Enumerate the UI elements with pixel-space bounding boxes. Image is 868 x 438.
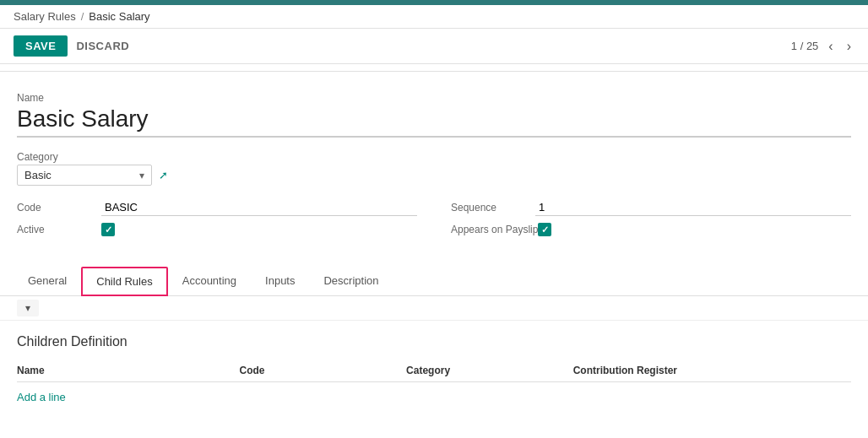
name-input[interactable]	[17, 105, 851, 138]
code-field: Code	[17, 199, 417, 216]
pagination-prev[interactable]: ‹	[825, 38, 836, 55]
code-input[interactable]	[101, 199, 417, 216]
tab-general[interactable]: General	[14, 267, 81, 296]
toolbar: SAVE DISCARD 1 / 25 ‹ ›	[0, 29, 868, 64]
appears-on-payslip-field: Appears on Payslip	[451, 223, 851, 236]
category-external-link-icon[interactable]: ➚	[159, 169, 168, 181]
breadcrumb-separator: /	[81, 10, 84, 23]
tab-inputs[interactable]: Inputs	[251, 267, 309, 296]
action-dropdown-arrow: ▾	[25, 302, 30, 314]
save-button[interactable]: SAVE	[14, 35, 68, 57]
code-label: Code	[17, 202, 101, 214]
form-body: Name Category Basic ▾ ➚ Code Active	[0, 78, 868, 267]
tab-content-child-rules: Children Definition Name Code Category C…	[0, 321, 868, 422]
category-row: Category Basic ▾ ➚	[17, 151, 851, 186]
active-label: Active	[17, 224, 101, 235]
category-select-wrap: Basic ▾ ➚	[17, 165, 851, 186]
appears-on-payslip-checkbox-wrap	[538, 223, 551, 236]
appears-on-payslip-checkbox[interactable]	[538, 223, 551, 236]
children-definition-title: Children Definition	[17, 334, 851, 349]
active-checkbox[interactable]	[101, 223, 115, 236]
sequence-field: Sequence	[451, 199, 851, 216]
breadcrumb: Salary Rules / Basic Salary	[0, 5, 868, 29]
col-header-name: Name	[17, 365, 239, 376]
col-header-code: Code	[239, 365, 406, 376]
name-label: Name	[17, 92, 851, 104]
category-label: Category	[17, 151, 851, 163]
category-select[interactable]: Basic ▾	[17, 165, 152, 186]
tab-accounting[interactable]: Accounting	[168, 267, 251, 296]
action-dropdown-button[interactable]: ▾	[17, 300, 39, 316]
pagination-display: 1 / 25	[791, 40, 819, 52]
pagination: 1 / 25 ‹ ›	[791, 38, 854, 55]
tabs-row: General Child Rules Accounting Inputs De…	[0, 267, 868, 296]
appears-on-payslip-label: Appears on Payslip	[451, 224, 538, 235]
col-header-category: Category	[406, 365, 573, 376]
tab-child-rules[interactable]: Child Rules	[81, 267, 167, 296]
pagination-next[interactable]: ›	[844, 38, 854, 55]
tab-description[interactable]: Description	[309, 267, 393, 296]
breadcrumb-parent[interactable]: Salary Rules	[14, 10, 76, 23]
col-left: Code Active	[17, 199, 434, 243]
action-bar: ▾	[0, 296, 868, 321]
category-select-value: Basic	[24, 169, 134, 181]
col-right: Sequence Appears on Payslip	[434, 199, 851, 243]
add-a-line-button[interactable]: Add a line	[17, 386, 66, 408]
discard-button[interactable]: DISCARD	[76, 40, 129, 52]
sequence-input[interactable]	[535, 199, 851, 216]
table-header: Name Code Category Contribution Register	[17, 360, 851, 382]
sequence-label: Sequence	[451, 202, 535, 214]
active-checkbox-wrap	[101, 223, 115, 236]
active-field: Active	[17, 223, 417, 236]
breadcrumb-current: Basic Salary	[89, 10, 149, 23]
col-header-contribution-register: Contribution Register	[573, 365, 851, 376]
category-dropdown-icon: ▾	[139, 170, 144, 181]
two-col-fields: Code Active Sequence Appears on Payslip	[17, 199, 851, 243]
